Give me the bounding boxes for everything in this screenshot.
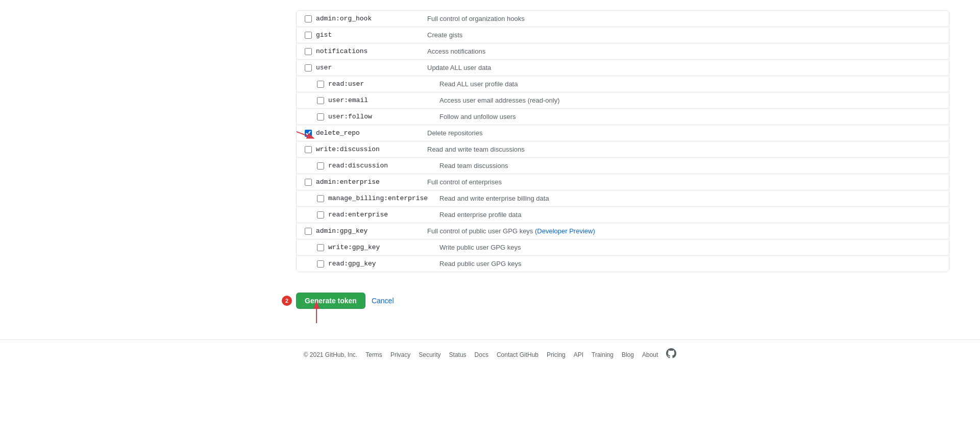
perm-desc-admin_enterprise: Full control of enterprises [427,178,941,186]
perm-name-read_gpg_key: read:gpg_key [317,260,439,268]
perm-name-read_enterprise: read:enterprise [317,211,439,219]
cancel-button[interactable]: Cancel [372,297,394,305]
footer-link-contact-github[interactable]: Contact GitHub [497,351,538,358]
perm-desc-gist: Create gists [427,31,941,39]
perm-name-label-write_gpg_key: write:gpg_key [328,244,380,251]
permission-row-write_gpg_key: write:gpg_keyWrite public user GPG keys [297,239,949,256]
perm-name-label-notifications: notifications [316,47,368,55]
permission-row-admin_enterprise: admin:enterpriseFull control of enterpri… [297,174,949,190]
perm-desc-write_discussion: Read and write team discussions [427,146,941,153]
perm-name-label-read_discussion: read:discussion [328,162,388,170]
perm-desc-link-admin_gpg_key[interactable]: (Developer Preview) [535,227,595,235]
perm-name-gist: gist [305,31,427,39]
checkbox-delete_repo[interactable] [305,130,312,137]
footer-link-terms[interactable]: Terms [365,351,382,358]
perm-desc-user_follow: Follow and unfollow users [439,113,941,120]
generate-token-button[interactable]: Generate token [296,293,365,309]
perm-name-label-manage_billing_enterprise: manage_billing:enterprise [328,195,428,202]
perm-desc-write_gpg_key: Write public user GPG keys [439,244,941,251]
checkbox-read_gpg_key[interactable] [317,260,324,268]
footer-link-security[interactable]: Security [419,351,440,358]
perm-name-label-admin_enterprise: admin:enterprise [316,178,380,186]
footer-link-about[interactable]: About [642,351,658,358]
perm-name-label-delete_repo: delete_repo [316,129,360,137]
footer-link-docs[interactable]: Docs [475,351,488,358]
footer-link-privacy[interactable]: Privacy [390,351,410,358]
perm-name-admin_gpg_key: admin:gpg_key [305,227,427,235]
perm-name-label-user_follow: user:follow [328,113,372,120]
checkbox-notifications[interactable] [305,48,312,55]
permission-row-user_follow: user:followFollow and unfollow users [297,109,949,125]
checkbox-admin_gpg_key[interactable] [305,228,312,235]
permission-row-user_email: user:emailAccess user email addresses (r… [297,92,949,109]
permission-row-read_discussion: read:discussionRead team discussions [297,158,949,174]
perm-desc-manage_billing_enterprise: Read and write enterprise billing data [439,195,941,202]
perm-desc-admin_gpg_key: Full control of public user GPG keys (De… [427,227,941,235]
page-footer: © 2021 GitHub, Inc. TermsPrivacySecurity… [0,340,980,369]
perm-name-read_discussion: read:discussion [317,162,439,170]
checkbox-read_discussion[interactable] [317,162,324,170]
footer-link-blog[interactable]: Blog [622,351,634,358]
perm-name-manage_billing_enterprise: manage_billing:enterprise [317,195,439,202]
permission-row-admin_org_hook: admin:org_hookFull control of organizati… [297,11,949,27]
footer-link-pricing[interactable]: Pricing [547,351,566,358]
perm-desc-user: Update ALL user data [427,64,941,71]
perm-name-user_email: user:email [317,96,439,104]
copyright-text: © 2021 GitHub, Inc. [304,351,358,358]
perm-name-label-user_email: user:email [328,96,368,104]
perm-name-label-admin_gpg_key: admin:gpg_key [316,227,368,235]
perm-name-read_user: read:user [317,80,439,88]
permission-row-manage_billing_enterprise: manage_billing:enterpriseRead and write … [297,190,949,207]
perm-desc-read_gpg_key: Read public user GPG keys [439,260,941,268]
perm-name-write_discussion: write:discussion [305,146,427,153]
annotation-badge-2: 2 [282,296,292,306]
perm-name-admin_enterprise: admin:enterprise [305,178,427,186]
perm-name-write_gpg_key: write:gpg_key [317,244,439,251]
perm-name-label-write_discussion: write:discussion [316,146,380,153]
perm-name-label-gist: gist [316,31,332,39]
permission-row-write_discussion: write:discussionRead and write team disc… [297,141,949,158]
permission-row-read_gpg_key: read:gpg_keyRead public user GPG keys [297,256,949,272]
checkbox-admin_org_hook[interactable] [305,15,312,22]
perm-desc-user_email: Access user email addresses (read-only) [439,96,941,104]
perm-name-notifications: notifications [305,47,427,55]
perm-desc-read_user: Read ALL user profile data [439,80,941,88]
permission-row-gist: gistCreate gists [297,27,949,43]
sidebar [31,10,296,272]
permission-row-delete_repo: delete_repoDelete repositories1 [297,125,949,141]
perm-name-delete_repo: delete_repo [305,129,427,137]
permission-row-admin_gpg_key: admin:gpg_keyFull control of public user… [297,223,949,239]
checkbox-read_user[interactable] [317,81,324,88]
perm-name-label-read_user: read:user [328,80,364,88]
checkbox-gist[interactable] [305,32,312,39]
perm-name-user_follow: user:follow [317,113,439,120]
permission-row-read_enterprise: read:enterpriseRead enterprise profile d… [297,207,949,223]
perm-desc-notifications: Access notifications [427,47,941,55]
checkbox-write_gpg_key[interactable] [317,244,324,251]
perm-desc-read_enterprise: Read enterprise profile data [439,211,941,219]
perm-name-label-read_gpg_key: read:gpg_key [328,260,376,268]
perm-name-label-user: user [316,64,332,71]
checkbox-user_follow[interactable] [317,113,324,120]
perm-name-label-read_enterprise: read:enterprise [328,211,388,219]
perm-desc-delete_repo: Delete repositories [427,129,941,137]
footer-link-status[interactable]: Status [449,351,467,358]
checkbox-read_enterprise[interactable] [317,211,324,219]
permission-row-user: userUpdate ALL user data [297,60,949,76]
perm-desc-read_discussion: Read team discussions [439,162,941,170]
permissions-table: admin:org_hookFull control of organizati… [296,10,949,272]
footer-link-api[interactable]: API [574,351,583,358]
checkbox-user[interactable] [305,64,312,71]
permission-row-notifications: notificationsAccess notifications [297,43,949,60]
checkbox-write_discussion[interactable] [305,146,312,153]
perm-name-user: user [305,64,427,71]
github-logo-icon [666,348,676,361]
perm-desc-admin_org_hook: Full control of organization hooks [427,15,941,22]
checkbox-user_email[interactable] [317,97,324,104]
perm-name-label-admin_org_hook: admin:org_hook [316,15,372,22]
checkbox-admin_enterprise[interactable] [305,179,312,186]
perm-name-admin_org_hook: admin:org_hook [305,15,427,22]
permission-row-read_user: read:userRead ALL user profile data [297,76,949,92]
footer-link-training[interactable]: Training [592,351,614,358]
checkbox-manage_billing_enterprise[interactable] [317,195,324,202]
